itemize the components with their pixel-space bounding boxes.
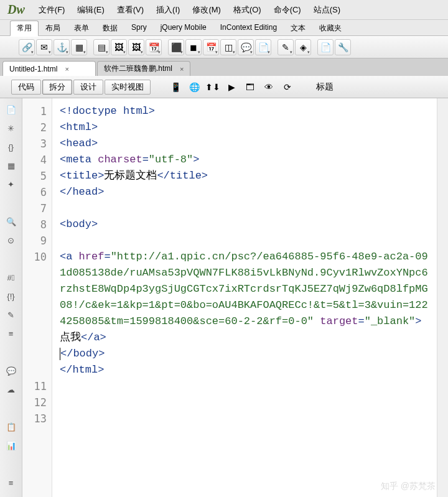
insert-icon-7[interactable]: 📆 (146, 39, 162, 55)
gutter-btn-10[interactable]: {!} (5, 290, 17, 302)
view-btn-0[interactable]: 代码 (11, 80, 41, 95)
code-line[interactable] (60, 233, 432, 249)
gutter-btn-13[interactable] (5, 346, 17, 358)
app-logo: Dw (2, 2, 32, 17)
insert-tab-8[interactable]: 收藏夹 (312, 21, 348, 36)
gutter-btn-5[interactable] (5, 197, 17, 209)
insert-icon-3[interactable]: ▦ (71, 39, 87, 55)
gutter-btn-18[interactable]: 📊 (5, 439, 17, 452)
line-numbers: 12345678910111213 (22, 98, 52, 497)
gutter-btn-11[interactable]: ✎ (5, 309, 17, 321)
insert-icon-6[interactable]: 🖼 (128, 39, 144, 55)
insert-tab-6[interactable]: InContext Editing (213, 21, 284, 36)
insert-icon-15[interactable]: ◈ (295, 39, 311, 55)
insert-icon-8[interactable]: ⬛ (168, 39, 184, 55)
doc-tool-2[interactable]: ⬆⬇ (205, 80, 220, 94)
insert-icon-16[interactable]: 📄 (317, 39, 334, 55)
view-btn-1[interactable]: 拆分 (42, 80, 72, 95)
insert-tab-3[interactable]: 数据 (96, 21, 124, 36)
insert-tab-5[interactable]: jQuery Mobile (154, 21, 213, 36)
code-line[interactable]: <title>无标题文档</title> (60, 168, 432, 184)
code-line[interactable]: </html> (60, 362, 432, 378)
code-line[interactable]: <a href="http://a1.qpic.cn/psc?/ea646885… (60, 249, 432, 346)
gutter-btn-12[interactable]: ≡ (5, 327, 17, 340)
doc-tool-1[interactable]: 🌐 (187, 80, 202, 94)
insert-icon-5[interactable]: 🖼 (111, 39, 127, 55)
insert-tab-1[interactable]: 布局 (39, 21, 67, 36)
doc-tool-5[interactable]: 👁 (261, 80, 276, 94)
insert-icon-2[interactable]: ⚓ (54, 39, 70, 55)
doc-tab-0[interactable]: Untitled-1.html× (2, 61, 96, 76)
menu-4[interactable]: 修改(M) (186, 4, 227, 16)
gutter-btn-16[interactable] (5, 402, 17, 414)
code-line[interactable]: <!doctype html> (60, 103, 432, 119)
code-editor[interactable]: <!doctype html><html><head><meta charset… (52, 98, 437, 497)
code-line[interactable] (60, 200, 432, 216)
gutter-btn-3[interactable]: ▦ (5, 159, 17, 172)
title-label: 标题 (316, 81, 334, 93)
insert-tab-4[interactable]: Spry (124, 21, 154, 36)
gutter-btn-6[interactable]: 🔍 (5, 215, 17, 228)
code-tool-gutter: 📄✳{}▦✦🔍⊙#⃣{!}✎≡💬☁📋📊≡ (0, 98, 22, 497)
insert-icon-10[interactable]: 📅 (203, 39, 219, 55)
document-tab-strip: Untitled-1.html×软件二班魏鲁鹏.html× (0, 58, 448, 76)
menu-1[interactable]: 编辑(E) (71, 4, 110, 16)
insert-tab-0[interactable]: 常用 (10, 21, 39, 36)
insert-icon-14[interactable]: ✎ (278, 39, 294, 55)
doc-tool-4[interactable]: 🗔 (243, 80, 258, 94)
editor-area: 📄✳{}▦✦🔍⊙#⃣{!}✎≡💬☁📋📊≡ 12345678910111213 <… (0, 98, 448, 497)
gutter-btn-0[interactable]: 📄 (5, 103, 17, 116)
gutter-btn-2[interactable]: {} (5, 141, 17, 153)
doc-tool-0[interactable]: 📱 (168, 80, 183, 94)
insert-icon-4[interactable]: ▤ (93, 39, 110, 55)
insert-icon-1[interactable]: ✉ (36, 39, 52, 55)
gutter-btn-14[interactable]: 💬 (5, 365, 17, 377)
vertical-scrollbar[interactable] (437, 98, 448, 497)
insert-tab-2[interactable]: 表单 (67, 21, 96, 36)
insert-icon-bar: 🔗✉⚓▦▤🖼🖼📆⬛◼📅◫💬📄✎◈📄🔧 (0, 36, 448, 58)
gutter-btn-17[interactable]: 📋 (5, 420, 17, 433)
view-btn-2[interactable]: 设计 (73, 80, 103, 95)
doc-tool-3[interactable]: ▶ (224, 80, 239, 94)
code-line[interactable]: </body> (60, 346, 432, 362)
view-btn-3[interactable]: 实时视图 (105, 80, 151, 95)
code-line[interactable]: <html> (60, 119, 432, 136)
menu-bar: Dw 文件(F)编辑(E)查看(V)插入(I)修改(M)格式(O)命令(C)站点… (0, 0, 448, 20)
menu-5[interactable]: 格式(O) (227, 4, 268, 16)
gutter-btn-1[interactable]: ✳ (5, 122, 17, 134)
code-line[interactable]: </head> (60, 184, 432, 200)
code-line[interactable]: <meta charset="utf-8"> (60, 152, 432, 168)
insert-panel-tabs: 常用布局表单数据SpryjQuery MobileInContext Editi… (0, 20, 448, 36)
menu-7[interactable]: 站点(S) (307, 4, 347, 16)
document-toolbar: 代码拆分设计实时视图 📱🌐⬆⬇▶🗔👁⟳ 标题 (0, 76, 448, 98)
close-icon[interactable]: × (179, 65, 185, 73)
doc-tab-1[interactable]: 软件二班魏鲁鹏.html× (97, 61, 190, 76)
code-line[interactable]: <body> (60, 216, 432, 233)
menu-3[interactable]: 插入(I) (150, 4, 186, 16)
menu-0[interactable]: 文件(F) (32, 4, 72, 16)
gutter-btn-9[interactable]: #⃣ (5, 271, 17, 284)
insert-icon-13[interactable]: 📄 (255, 39, 271, 55)
doc-tool-6[interactable]: ⟳ (280, 80, 295, 94)
code-line[interactable]: <head> (60, 136, 432, 152)
menu-6[interactable]: 命令(C) (268, 4, 307, 16)
doc-tab-label: Untitled-1.html (9, 65, 57, 73)
insert-icon-17[interactable]: 🔧 (335, 39, 351, 55)
gutter-btn-19[interactable] (5, 458, 17, 470)
gutter-btn-7[interactable]: ⊙ (5, 234, 17, 246)
insert-icon-9[interactable]: ◼ (185, 39, 202, 55)
gutter-btn-15[interactable]: ☁ (5, 383, 17, 396)
menu-2[interactable]: 查看(V) (111, 4, 150, 16)
insert-icon-0[interactable]: 🔗 (19, 39, 35, 55)
code-line[interactable] (60, 378, 432, 394)
insert-tab-7[interactable]: 文本 (284, 21, 312, 36)
insert-icon-12[interactable]: 💬 (238, 39, 254, 55)
gutter-btn-20[interactable]: ≡ (5, 476, 17, 489)
gutter-btn-4[interactable]: ✦ (5, 178, 17, 190)
gutter-btn-8[interactable] (5, 253, 17, 265)
close-icon[interactable]: × (63, 65, 70, 73)
insert-icon-11[interactable]: ◫ (220, 39, 236, 55)
doc-tab-label: 软件二班魏鲁鹏.html (104, 63, 172, 74)
